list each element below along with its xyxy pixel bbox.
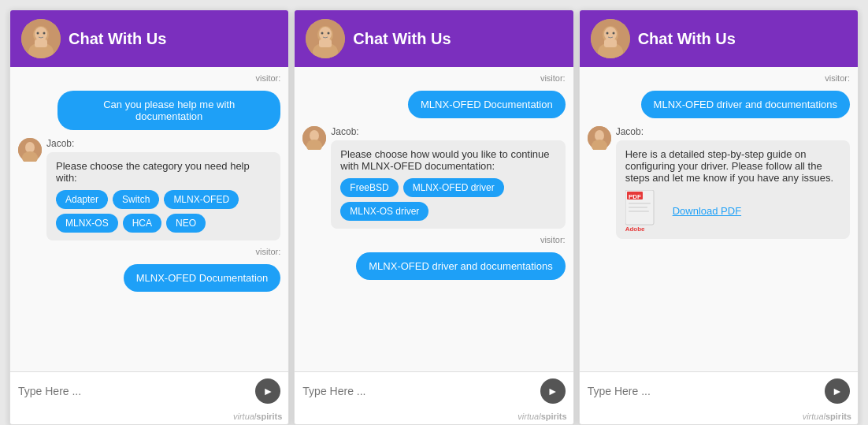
agent-message-section: Jacob:Please choose the category you nee…: [18, 138, 280, 240]
svg-point-18: [310, 130, 319, 141]
category-tag[interactable]: HCA: [123, 214, 161, 233]
chat-input-area: ►: [295, 371, 573, 410]
chat-input-area: ►: [10, 371, 288, 410]
pdf-section: PDF Adobe Download PDF: [625, 190, 840, 231]
svg-rect-35: [629, 211, 649, 212]
chat-header: Chat With Us: [295, 10, 573, 67]
category-tag[interactable]: Adapter: [56, 190, 108, 209]
agent-name: Jacob:: [331, 126, 565, 137]
chat-body: visitor:MLNX-OFED driver and documentati…: [580, 67, 858, 371]
header-title: Chat With Us: [353, 30, 451, 48]
header-title: Chat With Us: [638, 30, 736, 48]
visitor-message: MLNX-OFED Documentation: [408, 91, 566, 118]
category-tag[interactable]: MLNX-OS: [56, 214, 118, 233]
chat-header: Chat With Us: [580, 10, 858, 67]
svg-point-23: [604, 27, 617, 41]
svg-point-28: [595, 130, 604, 141]
send-button[interactable]: ►: [540, 378, 566, 404]
svg-rect-24: [604, 39, 617, 47]
svg-rect-34: [629, 207, 647, 208]
svg-point-13: [319, 27, 332, 41]
visitor-message: MLNX-OFED driver and documentations: [641, 91, 850, 118]
chat-widget-2: Chat With Us visitor:MLNX-OFED Documenta…: [294, 9, 573, 425]
svg-rect-14: [319, 39, 332, 47]
send-icon: ►: [262, 385, 273, 397]
agent-avatar: [21, 19, 61, 58]
agent-text: Please choose how would you like to cont…: [340, 148, 555, 172]
visitor-message: MLNX-OFED driver and documentations: [356, 252, 565, 280]
agent-message-section: Jacob:Here is a detailed step-by-step gu…: [588, 126, 850, 239]
agent-content: Jacob:Please choose how would you like t…: [331, 126, 565, 229]
chat-widget-1: Chat With Us visitor:Can you please help…: [9, 9, 289, 425]
adobe-label: Adobe: [625, 226, 645, 233]
chat-input-area: ►: [580, 371, 858, 410]
agent-small-avatar: [588, 126, 611, 150]
avatar-image: [306, 19, 345, 58]
footer-brand: virtualspirits: [517, 412, 566, 421]
category-tag[interactable]: NEO: [166, 214, 206, 233]
agent-avatar: [306, 19, 345, 58]
chat-input[interactable]: [588, 385, 825, 397]
visitor-label: visitor:: [588, 73, 850, 83]
agent-bubble: Please choose how would you like to cont…: [331, 140, 565, 229]
header-title: Chat With Us: [69, 30, 166, 48]
pdf-svg: PDF: [625, 190, 657, 229]
svg-point-6: [43, 32, 46, 35]
avatar-image: [591, 19, 630, 58]
visitor-label: visitor:: [302, 235, 565, 244]
pdf-icon: PDF Adobe: [625, 190, 665, 231]
category-tag[interactable]: MLNX-OFED driver: [403, 178, 504, 197]
send-icon: ►: [832, 385, 843, 397]
chat-footer: virtualspirits: [10, 410, 288, 424]
send-button[interactable]: ►: [825, 378, 850, 404]
agent-name: Jacob:: [616, 126, 850, 137]
chat-input[interactable]: [18, 385, 255, 397]
visitor-label: visitor:: [18, 247, 280, 256]
chat-footer: virtualspirits: [580, 410, 858, 424]
visitor-label: visitor:: [302, 73, 565, 83]
agent-name: Jacob:: [46, 138, 280, 149]
agent-text: Here is a detailed step-by-step guide on…: [625, 148, 840, 184]
svg-point-3: [35, 27, 47, 41]
category-tag[interactable]: FreeBSD: [340, 178, 398, 197]
svg-point-8: [25, 142, 35, 153]
agent-small-avatar: [302, 126, 326, 150]
chat-footer: virtualspirits: [295, 410, 573, 424]
avatar-image: [21, 19, 61, 58]
footer-brand: virtualspirits: [803, 412, 851, 421]
category-tag[interactable]: Switch: [113, 190, 159, 209]
category-tag[interactable]: MLNX-OS driver: [340, 202, 428, 221]
agent-avatar: [591, 19, 630, 58]
send-icon: ►: [547, 385, 558, 397]
tag-row: FreeBSDMLNX-OFED driverMLNX-OS driver: [340, 178, 555, 221]
visitor-label: visitor:: [18, 73, 280, 83]
download-pdf-link[interactable]: Download PDF: [673, 205, 741, 217]
svg-text:PDF: PDF: [629, 193, 641, 200]
svg-point-26: [612, 32, 614, 35]
chat-widget-3: Chat With Us visitor:MLNX-OFED driver an…: [579, 9, 859, 425]
agent-bubble: Please choose the category you need help…: [46, 152, 280, 240]
visitor-message: Can you please help me with documentatio…: [57, 91, 280, 130]
svg-point-15: [321, 32, 324, 35]
svg-rect-4: [35, 39, 47, 47]
agent-small-avatar: [18, 138, 42, 162]
agent-content: Jacob:Please choose the category you nee…: [46, 138, 280, 240]
chat-header: Chat With Us: [10, 10, 288, 67]
svg-point-25: [606, 32, 608, 35]
agent-text: Please choose the category you need help…: [56, 160, 271, 184]
svg-point-16: [328, 32, 330, 35]
chat-body: visitor:Can you please help me with docu…: [10, 67, 288, 371]
category-tag[interactable]: MLNX-OFED: [164, 190, 239, 209]
svg-rect-33: [629, 203, 651, 204]
tag-row: AdapterSwitchMLNX-OFEDMLNX-OSHCANEO: [56, 190, 271, 233]
visitor-message: MLNX-OFED Documentation: [124, 264, 281, 292]
agent-message-section: Jacob:Please choose how would you like t…: [302, 126, 565, 229]
send-button[interactable]: ►: [255, 378, 280, 404]
svg-point-5: [37, 32, 39, 35]
agent-content: Jacob:Here is a detailed step-by-step gu…: [616, 126, 850, 239]
footer-brand: virtualspirits: [233, 412, 282, 421]
chat-input[interactable]: [302, 385, 540, 397]
chat-body: visitor:MLNX-OFED Documentation Jacob:Pl…: [295, 67, 573, 371]
agent-bubble: Here is a detailed step-by-step guide on…: [616, 140, 850, 239]
